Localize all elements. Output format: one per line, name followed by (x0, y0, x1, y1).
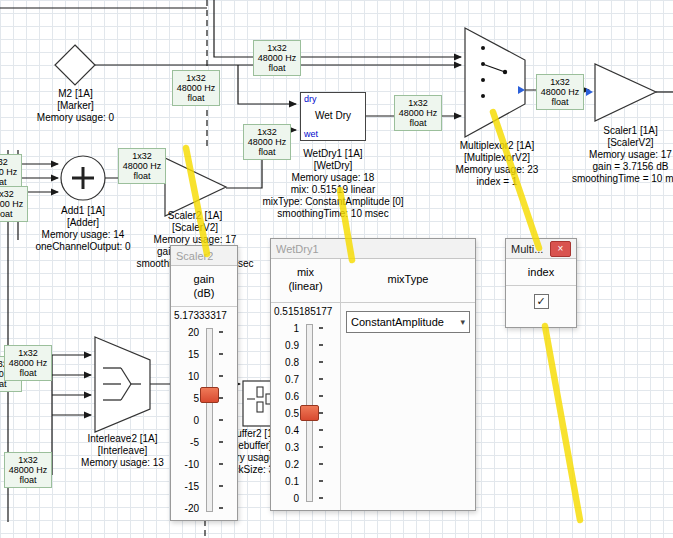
gain-slider-handle[interactable] (200, 387, 219, 403)
wire[interactable] (214, 0, 461, 57)
tick-mark (219, 353, 223, 355)
tick-mark (319, 395, 323, 397)
tick-label: -20 (171, 503, 199, 514)
multiplexor-shape[interactable] (465, 28, 525, 137)
tick-mark (319, 480, 323, 482)
gain-value-field[interactable]: 5.17333317 (171, 307, 237, 322)
tick-label: 10 (171, 371, 199, 382)
close-icon: × (558, 243, 564, 254)
multiplexor-module-label: Multiplexor2 [1A] [MultiplexorV2] Memory… (432, 140, 562, 188)
panel-titlebar[interactable]: Scaler2 (171, 246, 237, 266)
tick-mark (319, 446, 323, 448)
tick-mark (319, 463, 323, 465)
scaler1-module-label: Scaler1 [1A] [ScalerV2] Memory usage: 17… (568, 125, 673, 185)
mixtype-param-header: mixType (341, 259, 475, 303)
wire-format-label: 1x32 48000 Hz float (536, 74, 584, 110)
tick-mark (319, 327, 323, 329)
tick-mark (219, 463, 223, 465)
tick-mark (319, 344, 323, 346)
panel-title: Multi... (511, 243, 543, 255)
tick-label: 0.4 (271, 425, 299, 436)
wire-format-label: 1x32 48000 Hz float (394, 95, 442, 131)
m2-marker-shape[interactable] (55, 45, 95, 85)
tick-label: 0.2 (271, 459, 299, 470)
tick-label: 0.6 (271, 391, 299, 402)
panel-title: WetDry1 (276, 243, 319, 255)
gain-slider[interactable]: 20 15 10 5 0 -5 -10 -15 -20 (171, 323, 237, 517)
wetdry-module-block[interactable]: dry wet Wet Dry (300, 92, 366, 141)
tick-mark (219, 397, 223, 399)
wire-format-label: 1x32 48000 Hz float (4, 345, 52, 381)
wire-format-label: 1x32 48000 Hz float (0, 154, 22, 190)
mix-value-field[interactable]: 0.515185177 (271, 303, 340, 318)
wire-format-label: 1x32 48000 Hz float (4, 452, 52, 488)
tick-label: 0 (271, 493, 299, 504)
wetdry1-inspector-panel: WetDry1 mix (linear) mixType 0.515185177… (270, 238, 476, 511)
tick-label: 0.9 (271, 340, 299, 351)
tick-mark (319, 412, 323, 414)
tick-mark (219, 331, 223, 333)
add1-module-label: Add1 [1A] [Adder] Memory usage: 14 oneCh… (20, 205, 146, 253)
mix-slider[interactable]: 1 0.9 0.8 0.7 0.6 0.5 0.4 0.3 0.2 0.1 0 (271, 319, 340, 507)
tick-label: 0.5 (271, 408, 299, 419)
tick-label: 0.8 (271, 357, 299, 368)
tick-mark (319, 378, 323, 380)
tick-mark (219, 375, 223, 377)
wetdry-wet-port-label: wet (304, 129, 318, 139)
tick-label: 0.1 (271, 476, 299, 487)
wire-format-label: 1x32 48000 Hz float (253, 40, 301, 76)
tick-label: -15 (171, 481, 199, 492)
panel-title: Scaler2 (176, 250, 213, 262)
tick-label: 0.3 (271, 442, 299, 453)
index-param-header: index (506, 259, 576, 286)
tick-mark (219, 441, 223, 443)
tick-mark (219, 419, 223, 421)
dropdown-arrow-icon: ▾ (460, 317, 465, 327)
scaler2-inspector-panel: Scaler2 gain (dB) 5.17333317 20 15 10 5 … (170, 245, 238, 521)
checkmark-icon: ✓ (536, 295, 545, 307)
wire-format-label: 1x32 48000 Hz float (118, 148, 166, 184)
mix-slider-handle[interactable] (300, 405, 319, 421)
wetdry-dry-port-label: dry (304, 94, 317, 104)
index-checkbox[interactable]: ✓ (534, 294, 549, 309)
tick-label: -10 (171, 459, 199, 470)
multiplexor-inspector-panel: Multi... × index ✓ (505, 238, 577, 328)
tick-label: 5 (171, 393, 199, 404)
tick-label: 1 (271, 323, 299, 334)
wire-format-label: 1x32 48000 Hz float (172, 70, 220, 106)
tick-mark (219, 485, 223, 487)
tick-mark (319, 497, 323, 499)
gain-slider-ticks: 20 15 10 5 0 -5 -10 -15 -20 (171, 323, 237, 517)
wire-format-label: 1x32 48000 Hz float (243, 124, 291, 160)
mixtype-dropdown[interactable]: ConstantAmplitude ▾ (346, 311, 470, 333)
scaler1-triangle-shape[interactable] (595, 64, 656, 121)
wetdry-block-title: Wet Dry (301, 110, 365, 121)
mix-param-header: mix (linear) (271, 259, 341, 303)
tick-label: 0 (171, 415, 199, 426)
gain-param-header: gain (dB) (171, 266, 237, 307)
m2-module-label: M2 [1A] [Marker] Memory usage: 0 (28, 88, 123, 124)
close-button[interactable]: × (550, 241, 571, 257)
tick-label: 20 (171, 327, 199, 338)
tick-mark (219, 507, 223, 509)
tick-label: 0.7 (271, 374, 299, 385)
mixtype-dropdown-value: ConstantAmplitude (351, 316, 458, 328)
scaler2-triangle-shape[interactable] (165, 158, 226, 216)
tick-mark (319, 361, 323, 363)
canvas[interactable]: 1x32 48000 Hz float 1x32 48000 Hz float … (0, 0, 673, 538)
tick-label: -5 (171, 437, 199, 448)
tick-label: 15 (171, 349, 199, 360)
panel-titlebar[interactable]: Multi... × (506, 239, 576, 259)
tick-mark (319, 429, 323, 431)
panel-titlebar[interactable]: WetDry1 (271, 239, 475, 259)
